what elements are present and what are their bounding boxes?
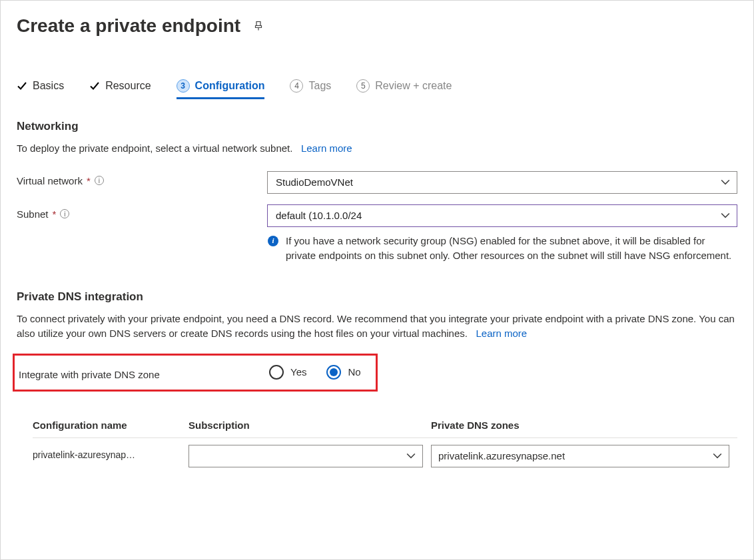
info-icon[interactable]: i — [95, 176, 104, 185]
chevron-down-icon — [713, 451, 722, 461]
dns-heading: Private DNS integration — [17, 290, 737, 304]
page-title: Create a private endpoint — [17, 15, 240, 37]
virtual-network-label: Virtual network — [17, 175, 83, 186]
integrate-dns-highlight: Integrate with private DNS zone Yes No — [13, 354, 378, 392]
private-dns-zone-value: privatelink.azuresynapse.net — [438, 450, 565, 461]
tab-resource[interactable]: Resource — [89, 77, 151, 99]
tab-label: Review + create — [375, 80, 452, 92]
info-icon[interactable]: i — [60, 209, 69, 218]
chevron-down-icon — [721, 211, 730, 220]
wizard-tabs: Basics Resource 3 Configuration 4 Tags 5… — [17, 77, 737, 100]
dns-zones-table: Configuration name Subscription Private … — [17, 413, 737, 470]
private-dns-zone-select[interactable]: privatelink.azuresynapse.net — [431, 445, 729, 467]
col-header-config-name: Configuration name — [33, 420, 188, 431]
virtual-network-select[interactable]: StudioDemoVNet — [267, 171, 737, 194]
networking-learn-more-link[interactable]: Learn more — [301, 142, 352, 154]
integrate-dns-yes-radio[interactable]: Yes — [269, 365, 306, 380]
tab-basics[interactable]: Basics — [17, 77, 64, 99]
col-header-subscription: Subscription — [188, 420, 431, 431]
nsg-info-text: If you have a network security group (NS… — [286, 234, 737, 264]
col-header-private-dns-zones: Private DNS zones — [431, 420, 737, 431]
tab-tags[interactable]: 4 Tags — [290, 77, 331, 99]
tab-step-number: 3 — [177, 79, 190, 93]
radio-label: Yes — [290, 366, 306, 378]
required-indicator: * — [87, 175, 91, 186]
chevron-down-icon — [406, 451, 416, 461]
table-row: privatelink-azuresynap… privatelink.azur… — [33, 438, 737, 470]
info-icon: i — [267, 235, 279, 247]
svg-rect-0 — [256, 22, 260, 26]
networking-description: To deploy the private endpoint, select a… — [17, 141, 737, 156]
subscription-select[interactable] — [188, 445, 423, 467]
radio-label: No — [348, 366, 360, 378]
tab-step-number: 5 — [356, 79, 370, 93]
dns-description: To connect privately with your private e… — [17, 312, 737, 342]
chevron-down-icon — [721, 178, 730, 187]
tab-label: Basics — [33, 80, 64, 92]
networking-desc-text: To deploy the private endpoint, select a… — [17, 142, 292, 154]
tab-step-number: 4 — [290, 79, 303, 93]
dns-learn-more-link[interactable]: Learn more — [476, 328, 527, 339]
networking-heading: Networking — [17, 120, 737, 133]
tab-label: Configuration — [195, 80, 265, 92]
pin-icon[interactable] — [252, 20, 264, 32]
tab-review-create[interactable]: 5 Review + create — [356, 77, 452, 99]
tab-configuration[interactable]: 3 Configuration — [177, 77, 265, 99]
subnet-value: default (10.1.0.0/24 — [276, 210, 362, 221]
config-name-cell: privatelink-azuresynap… — [33, 449, 135, 460]
required-indicator: * — [53, 208, 57, 220]
integrate-dns-no-radio[interactable]: No — [326, 365, 360, 380]
integrate-dns-label: Integrate with private DNS zone — [19, 369, 160, 380]
virtual-network-value: StudioDemoVNet — [276, 176, 353, 188]
subnet-label: Subnet — [17, 208, 49, 220]
tab-label: Resource — [105, 80, 151, 92]
tab-label: Tags — [308, 80, 331, 92]
subnet-select[interactable]: default (10.1.0.0/24 — [267, 204, 737, 227]
dns-desc-text: To connect privately with your private e… — [17, 313, 735, 340]
